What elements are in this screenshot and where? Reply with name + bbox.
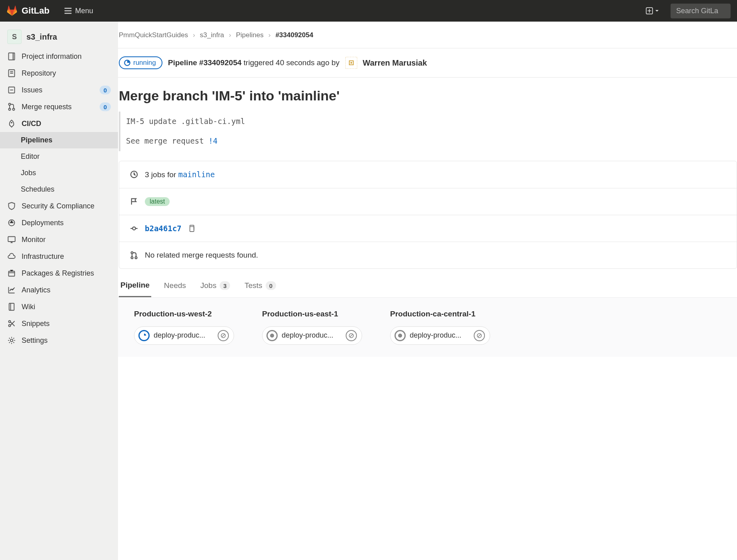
issues-icon <box>7 86 16 94</box>
gitlab-icon <box>6 5 18 16</box>
pipeline-stages: Production-us-west-2 deploy-produc... Pr… <box>118 297 737 357</box>
sidebar-item-label: Deployments <box>22 219 64 227</box>
svg-rect-11 <box>9 271 15 276</box>
sidebar-sub-jobs[interactable]: Jobs <box>0 165 118 181</box>
package-icon <box>7 269 16 278</box>
shield-icon <box>7 202 16 210</box>
status-label: running <box>133 59 156 67</box>
project-header[interactable]: S s3_infra <box>0 26 118 48</box>
commit-sha-link[interactable]: b2a461c7 <box>145 224 182 233</box>
breadcrumb-root[interactable]: PmmQuickStartGuides <box>119 31 188 39</box>
sidebar-item-label: Settings <box>22 336 48 345</box>
sidebar-item-packages[interactable]: Packages & Registries <box>0 265 118 282</box>
svg-point-26 <box>135 257 137 259</box>
job-pill[interactable]: deploy-produc... <box>262 326 362 345</box>
job-cancel-icon[interactable] <box>346 330 357 341</box>
stage: Production-us-west-2 deploy-produc... <box>134 310 234 345</box>
author-avatar[interactable] <box>345 57 357 69</box>
tab-needs[interactable]: Needs <box>162 281 188 296</box>
running-icon <box>124 59 131 66</box>
svg-point-6 <box>9 108 11 110</box>
job-cancel-icon[interactable] <box>474 330 485 341</box>
sidebar-item-deployments[interactable]: Deployments <box>0 214 118 231</box>
sidebar-item-label: Wiki <box>22 303 35 311</box>
tag-badge: latest <box>145 197 170 206</box>
chevron-down-icon <box>655 8 659 13</box>
sidebar-item-label: Packages & Registries <box>22 269 94 278</box>
sidebar-item-issues[interactable]: Issues 0 <box>0 82 118 98</box>
sidebar-item-monitor[interactable]: Monitor <box>0 231 118 248</box>
chevron-right-icon: › <box>229 31 231 39</box>
sidebar-item-settings[interactable]: Settings <box>0 332 118 349</box>
svg-rect-23 <box>190 226 194 231</box>
menu-button[interactable]: Menu <box>64 7 93 15</box>
breadcrumb-section[interactable]: Pipelines <box>236 31 264 39</box>
jobs-count-text: 3 jobs for mainline <box>145 170 215 179</box>
merge-request-icon <box>130 251 138 260</box>
info-panel: 3 jobs for mainline latest b2a461c7 No r… <box>119 161 737 269</box>
status-badge[interactable]: running <box>119 56 162 69</box>
svg-rect-2 <box>13 53 15 60</box>
tab-jobs[interactable]: Jobs3 <box>199 281 232 296</box>
job-name: deploy-produc... <box>410 331 470 340</box>
merge-icon <box>7 102 16 111</box>
search-input[interactable] <box>671 4 731 18</box>
issues-badge: 0 <box>100 86 111 94</box>
job-pill[interactable]: deploy-produc... <box>390 326 490 345</box>
book-icon <box>7 302 16 311</box>
no-related-mr-text: No related merge requests found. <box>145 251 258 260</box>
sidebar-item-repository[interactable]: Repository <box>0 65 118 82</box>
svg-point-15 <box>10 339 13 342</box>
chevron-right-icon: › <box>193 31 195 39</box>
author-name[interactable]: Warren Marusiak <box>363 58 427 68</box>
sidebar-item-label: Monitor <box>22 236 46 244</box>
gear-icon <box>7 336 16 345</box>
commit-icon <box>130 224 138 233</box>
branch-link[interactable]: mainline <box>178 170 215 179</box>
sidebar-sub-schedules[interactable]: Schedules <box>0 181 118 198</box>
cloud-icon <box>7 252 16 261</box>
mr-badge: 0 <box>100 102 111 111</box>
new-dropdown[interactable] <box>646 7 659 14</box>
svg-rect-20 <box>350 62 352 64</box>
tab-pipeline[interactable]: Pipeline <box>119 281 151 297</box>
svg-point-5 <box>9 103 11 105</box>
sidebar-item-infrastructure[interactable]: Infrastructure <box>0 248 118 265</box>
sidebar-item-cicd[interactable]: CI/CD <box>0 115 118 132</box>
gitlab-logo[interactable]: GitLab <box>6 5 50 16</box>
sidebar-item-label: Project information <box>22 52 82 61</box>
tab-tests[interactable]: Tests0 <box>243 281 278 296</box>
repo-icon <box>7 69 16 78</box>
job-status-running-icon <box>138 330 150 341</box>
copy-icon[interactable] <box>188 225 195 232</box>
job-cancel-icon[interactable] <box>218 330 229 341</box>
project-avatar: S <box>7 30 22 44</box>
svg-rect-12 <box>9 303 14 310</box>
sidebar-item-wiki[interactable]: Wiki <box>0 298 118 315</box>
job-status-manual-icon <box>395 330 406 341</box>
sidebar-item-snippets[interactable]: Snippets <box>0 315 118 332</box>
job-pill[interactable]: deploy-produc... <box>134 326 234 345</box>
breadcrumb-project[interactable]: s3_infra <box>200 31 224 39</box>
merge-request-link[interactable]: !4 <box>208 136 218 145</box>
plus-box-icon <box>646 7 653 14</box>
svg-point-13 <box>9 321 11 323</box>
sidebar-item-label: Security & Compliance <box>22 202 94 210</box>
sidebar-item-security[interactable]: Security & Compliance <box>0 198 118 214</box>
hamburger-icon <box>64 7 72 15</box>
sidebar-item-label: Snippets <box>22 320 50 328</box>
scissors-icon <box>7 319 16 328</box>
stage-title: Production-us-east-1 <box>262 310 362 318</box>
sidebar-item-analytics[interactable]: Analytics <box>0 282 118 298</box>
sidebar-item-label: Analytics <box>22 286 50 294</box>
sidebar-sub-editor[interactable]: Editor <box>0 148 118 165</box>
sidebar-item-label: Merge requests <box>22 103 72 111</box>
sidebar-sub-pipelines[interactable]: Pipelines <box>0 132 118 148</box>
stage-title: Production-ca-central-1 <box>390 310 490 318</box>
svg-point-24 <box>131 252 133 254</box>
pipeline-trigger-text: Pipeline #334092054 triggered 40 seconds… <box>168 58 340 67</box>
sidebar-item-project-info[interactable]: Project information <box>0 48 118 65</box>
stage-title: Production-us-west-2 <box>134 310 234 318</box>
info-icon <box>7 52 16 61</box>
sidebar-item-merge-requests[interactable]: Merge requests 0 <box>0 98 118 115</box>
